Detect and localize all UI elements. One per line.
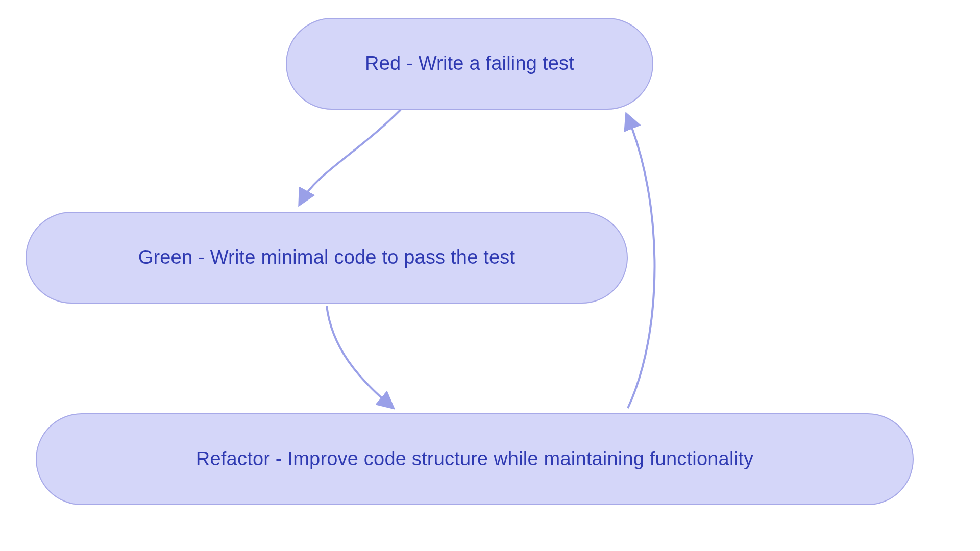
node-red-label: Red - Write a failing test [365,52,574,76]
node-green: Green - Write minimal code to pass the t… [26,212,628,304]
node-green-label: Green - Write minimal code to pass the t… [138,246,516,269]
edge-refactor-to-red [628,117,655,408]
edge-red-to-green [301,110,401,202]
node-red: Red - Write a failing test [286,18,653,110]
tdd-cycle-diagram: Red - Write a failing test Green - Write… [0,0,980,551]
node-refactor: Refactor - Improve code structure while … [36,413,914,505]
node-refactor-label: Refactor - Improve code structure while … [196,447,753,471]
edge-green-to-refactor [327,306,390,406]
